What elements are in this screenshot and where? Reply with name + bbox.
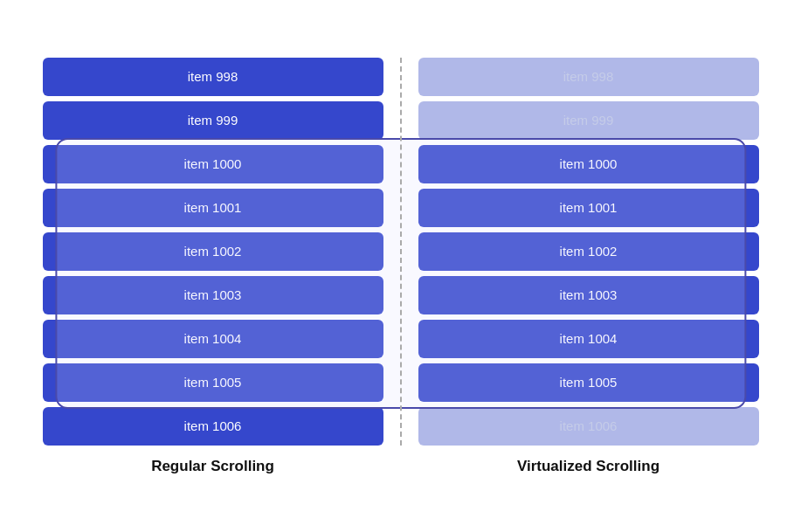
right-item-1002: item 1002 bbox=[418, 232, 759, 271]
right-item-1003: item 1003 bbox=[418, 276, 759, 314]
regular-scrolling-column: item 998item 999item 1000item 1001item 1… bbox=[25, 58, 401, 446]
left-item-1003: item 1003 bbox=[43, 276, 383, 314]
right-item-998: item 998 bbox=[418, 58, 759, 96]
right-item-1001: item 1001 bbox=[418, 189, 759, 227]
right-item-1004: item 1004 bbox=[418, 320, 759, 358]
left-item-1004: item 1004 bbox=[43, 320, 383, 358]
virtualized-scrolling-column: item 998item 999item 1000item 1001item 1… bbox=[401, 58, 777, 446]
dashed-divider bbox=[400, 58, 402, 446]
left-item-1000: item 1000 bbox=[43, 145, 383, 183]
left-item-1001: item 1001 bbox=[43, 189, 383, 227]
labels-row: Regular Scrolling Virtualized Scrolling bbox=[25, 458, 777, 475]
right-item-1000: item 1000 bbox=[418, 145, 759, 183]
diagram-container: item 998item 999item 1000item 1001item 1… bbox=[25, 58, 777, 475]
regular-scrolling-label: Regular Scrolling bbox=[25, 458, 401, 475]
left-item-998: item 998 bbox=[43, 58, 383, 96]
right-item-1006: item 1006 bbox=[418, 407, 759, 446]
right-item-999: item 999 bbox=[418, 101, 759, 140]
columns-wrapper: item 998item 999item 1000item 1001item 1… bbox=[25, 58, 777, 446]
left-item-1006: item 1006 bbox=[43, 407, 383, 446]
left-item-1002: item 1002 bbox=[43, 232, 383, 271]
right-item-1005: item 1005 bbox=[418, 363, 759, 402]
left-item-1005: item 1005 bbox=[43, 363, 383, 402]
virtualized-scrolling-label: Virtualized Scrolling bbox=[401, 458, 777, 475]
left-item-999: item 999 bbox=[43, 101, 383, 140]
